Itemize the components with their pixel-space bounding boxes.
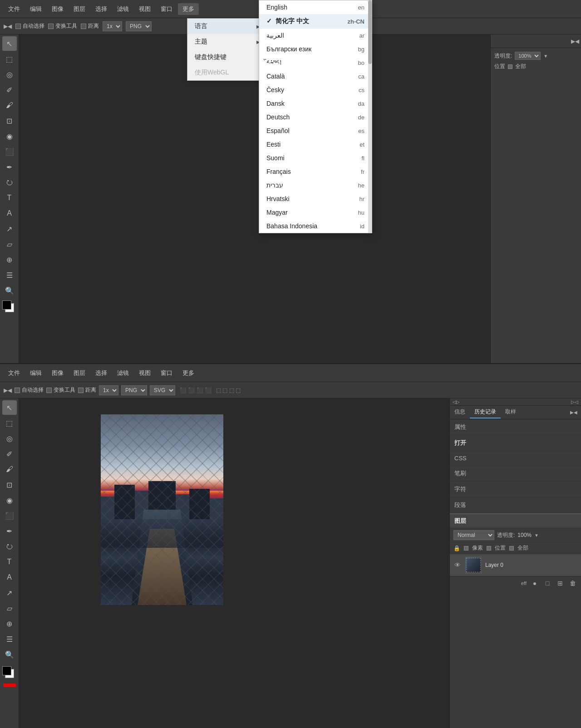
lang-zh-cn[interactable]: ✓ 简化字 中文 zh-CN bbox=[259, 14, 372, 29]
tool-fill[interactable]: ⬛ bbox=[2, 144, 17, 159]
format-select[interactable]: PNG bbox=[126, 21, 152, 31]
tool-colorpicker[interactable]: ⊕ bbox=[2, 252, 17, 267]
tool-lasso[interactable]: ◎ bbox=[2, 67, 17, 82]
menu-layer[interactable]: 图层 bbox=[69, 3, 90, 15]
menu-edit[interactable]: 编辑 bbox=[25, 3, 46, 15]
panel-collapse-button[interactable]: ▶◀ bbox=[566, 410, 581, 415]
layer-style-icon[interactable]: ● bbox=[530, 579, 539, 588]
lang-cs[interactable]: Česky cs bbox=[259, 83, 372, 97]
panel-attribute[interactable]: 属性 bbox=[450, 419, 581, 435]
tool-brush[interactable]: 🖌 bbox=[2, 98, 17, 113]
menu-view[interactable]: 视图 bbox=[134, 3, 155, 15]
tool-zoom[interactable]: 🔍 bbox=[2, 283, 17, 298]
lang-da[interactable]: Dansk da bbox=[259, 97, 372, 110]
tool-clone[interactable]: ⊡ bbox=[2, 113, 17, 128]
lang-ar[interactable]: العربية ar bbox=[259, 29, 372, 42]
lang-et[interactable]: Eesti et bbox=[259, 138, 372, 151]
menu-more-b[interactable]: 更多 bbox=[178, 367, 199, 379]
menu-more[interactable]: 更多 bbox=[178, 3, 199, 15]
panel-expand-right[interactable]: ▷◁ bbox=[571, 399, 578, 404]
tool-text[interactable]: T bbox=[2, 191, 17, 205]
tool-text-b[interactable]: T bbox=[2, 555, 17, 569]
tool-colorpicker-b[interactable]: ⊕ bbox=[2, 616, 17, 631]
opacity-select[interactable]: 100% bbox=[515, 52, 541, 60]
autoselect-checkbox[interactable] bbox=[15, 24, 21, 29]
lang-es[interactable]: Español es bbox=[259, 124, 372, 138]
tool-move-b[interactable]: ↖ bbox=[2, 400, 17, 415]
format-select-png-b[interactable]: PNG bbox=[121, 385, 147, 395]
format-select-svg-b[interactable]: SVG bbox=[150, 385, 175, 395]
tool-crop-b[interactable]: ↗ bbox=[2, 585, 17, 600]
foreground-color-b[interactable] bbox=[2, 666, 11, 675]
menu-file[interactable]: 文件 bbox=[4, 3, 25, 15]
panel-char[interactable]: 字符 bbox=[450, 482, 581, 497]
panel-brush[interactable]: 笔刷 bbox=[450, 466, 581, 482]
lang-hu[interactable]: Magyar hu bbox=[259, 206, 372, 219]
tool-lasso-b[interactable]: ◎ bbox=[2, 431, 17, 446]
menu-edit-b[interactable]: 编辑 bbox=[25, 367, 46, 379]
panel-open[interactable]: 打开 bbox=[450, 435, 581, 451]
tool-clone-b[interactable]: ⊡ bbox=[2, 477, 17, 492]
tool-move[interactable]: ↖ bbox=[2, 36, 17, 51]
tool-transform-b[interactable]: ⭮ bbox=[2, 539, 17, 554]
lang-he[interactable]: עברית he bbox=[259, 178, 372, 192]
tool-layers-b[interactable]: ☰ bbox=[2, 632, 17, 646]
tool-transform2[interactable]: ⭮ bbox=[2, 175, 17, 190]
menu-image-b[interactable]: 图像 bbox=[47, 367, 68, 379]
menu-select[interactable]: 选择 bbox=[91, 3, 112, 15]
tool-layers2[interactable]: ☰ bbox=[2, 268, 17, 282]
tool-pencil[interactable]: ✐ bbox=[2, 83, 17, 97]
tab-sample[interactable]: 取样 bbox=[501, 406, 521, 418]
distance-cb-b[interactable] bbox=[78, 388, 84, 393]
menubar-bottom[interactable]: 文件 编辑 图像 图层 选择 滤镜 视图 窗口 更多 bbox=[0, 364, 581, 382]
layer-visibility-icon[interactable]: 👁 bbox=[453, 561, 462, 569]
transform-cb-b[interactable] bbox=[46, 388, 52, 393]
layer-row-0[interactable]: 👁 Layer 0 bbox=[450, 554, 581, 576]
autoselect-cb-b[interactable] bbox=[15, 388, 20, 393]
tool-path[interactable]: A bbox=[2, 206, 17, 221]
toolbar-collapse-icon[interactable]: ▶◀ bbox=[4, 23, 12, 30]
lang-fi[interactable]: Suomi fi bbox=[259, 151, 372, 165]
lang-ca[interactable]: Català ca bbox=[259, 69, 372, 83]
layer-delete-icon[interactable]: 🗑 bbox=[568, 579, 577, 588]
menu-window[interactable]: 窗口 bbox=[156, 3, 177, 15]
color-swatch[interactable] bbox=[2, 300, 17, 310]
lang-bo[interactable]: ཇོ་སྐད། bo bbox=[259, 56, 372, 69]
toolbar-collapse-icon-b[interactable]: ▶◀ bbox=[4, 387, 12, 394]
opacity-arrow[interactable]: ▼ bbox=[543, 54, 548, 59]
tool-eraser-b[interactable]: ◉ bbox=[2, 493, 17, 507]
foreground-color[interactable] bbox=[2, 300, 11, 310]
panel-paragraph[interactable]: 段落 bbox=[450, 497, 581, 513]
panel-css[interactable]: CSS bbox=[450, 451, 581, 466]
tool-eraser[interactable]: ◉ bbox=[2, 129, 17, 143]
opacity-dropdown-icon[interactable]: ▼ bbox=[534, 533, 539, 538]
menu-file-b[interactable]: 文件 bbox=[4, 367, 25, 379]
tool-rect-b[interactable]: ⬚ bbox=[2, 416, 17, 430]
color-swatch-b[interactable] bbox=[2, 666, 17, 675]
lock-pixel-checkbox[interactable] bbox=[508, 64, 512, 69]
menu-layer-b[interactable]: 图层 bbox=[69, 367, 90, 379]
scale-select-b[interactable]: 1x bbox=[99, 385, 118, 395]
tool-shape-b[interactable]: ▱ bbox=[2, 601, 17, 615]
lang-bg[interactable]: Български език bg bbox=[259, 42, 372, 56]
tool-pen[interactable]: ✒ bbox=[2, 160, 17, 174]
lock-all-cb[interactable] bbox=[509, 546, 514, 551]
lock-pixel-cb[interactable] bbox=[464, 546, 468, 551]
lang-fr[interactable]: Français fr bbox=[259, 165, 372, 178]
menu-filter[interactable]: 滤镜 bbox=[113, 3, 133, 15]
tab-info[interactable]: 信息 bbox=[450, 406, 470, 418]
expand-icon[interactable]: ▶◀ bbox=[571, 38, 579, 44]
tool-brush-b[interactable]: 🖌 bbox=[2, 462, 17, 477]
lang-de[interactable]: Deutsch de bbox=[259, 110, 372, 124]
menu-image[interactable]: 图像 bbox=[47, 3, 68, 15]
tab-history[interactable]: 历史记录 bbox=[470, 406, 501, 418]
more-menu-keyboard[interactable]: 键盘快捷键 bbox=[187, 49, 267, 65]
layer-mask-icon[interactable]: □ bbox=[543, 579, 552, 588]
tool-fill-b[interactable]: ⬛ bbox=[2, 508, 17, 523]
tool-shape[interactable]: ▱ bbox=[2, 237, 17, 251]
tool-pen-b[interactable]: ✒ bbox=[2, 524, 17, 538]
layer-group-icon[interactable]: ⊞ bbox=[556, 579, 565, 588]
menu-select-b[interactable]: 选择 bbox=[91, 367, 112, 379]
tool-path-b[interactable]: A bbox=[2, 570, 17, 585]
menu-filter-b[interactable]: 滤镜 bbox=[113, 367, 133, 379]
